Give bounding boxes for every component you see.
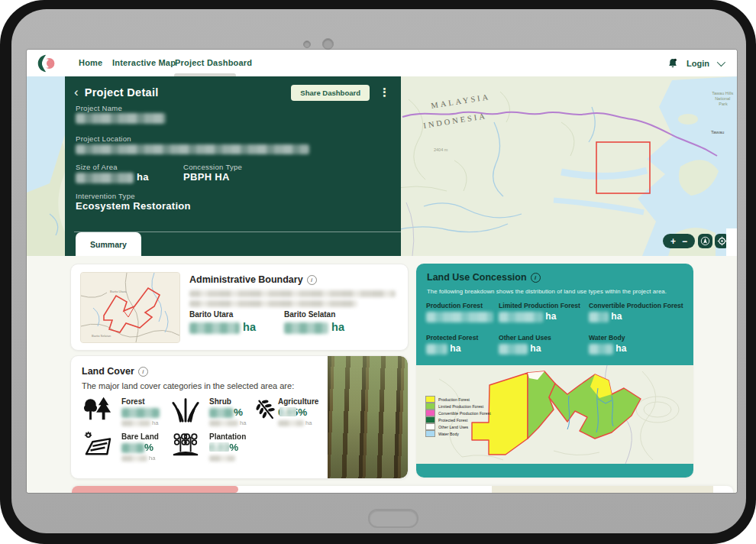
card-description: The major land cover categories in the s… xyxy=(82,381,294,390)
size-of-area-label: Size of Area xyxy=(76,163,118,171)
category-label: Convertible Production Forest xyxy=(589,302,683,309)
home-button[interactable] xyxy=(368,509,418,528)
redacted-project-name xyxy=(76,113,166,124)
concession-type-label: Concession Type xyxy=(183,163,242,171)
category-label: Production Forest xyxy=(426,302,483,309)
map-legend: Production Forest Limited Production For… xyxy=(425,396,491,437)
project-location-map[interactable]: MALAYSIA INDONESIA Tawau Hills National … xyxy=(27,76,737,256)
redacted-project-location xyxy=(76,144,309,154)
brand-logo-icon[interactable] xyxy=(37,53,57,73)
concession-type-value: PBPH HA xyxy=(183,171,230,183)
legend-swatch xyxy=(425,430,435,437)
redacted-description-line xyxy=(189,290,396,297)
land-use-map: Production Forest Limited Production For… xyxy=(416,365,693,464)
forest-icon xyxy=(83,396,112,423)
notification-bell-icon[interactable] xyxy=(667,57,679,70)
tablet-frame: Home Interactive Map Project Dashboard L… xyxy=(0,0,756,544)
category-percentage: 0.03% xyxy=(209,442,238,453)
navbar: Home Interactive Map Project Dashboard L… xyxy=(27,50,737,77)
map-zoom-control[interactable]: + − xyxy=(663,234,695,248)
map-label-elevation: 2404 m xyxy=(434,147,448,152)
category-value: ha xyxy=(426,343,460,355)
category-percentage: % xyxy=(209,406,243,418)
app-screen: Home Interactive Map Project Dashboard L… xyxy=(27,50,737,493)
category-area: ha xyxy=(278,419,312,426)
card-title: Administrative Boundaryi xyxy=(189,274,317,285)
category-percentage: % xyxy=(121,442,153,453)
card-footer xyxy=(416,464,693,478)
shrub-icon xyxy=(171,396,200,423)
map-attribution xyxy=(726,228,737,256)
intervention-type-value: Ecosystem Restoration xyxy=(76,200,191,212)
back-chevron-icon[interactable]: ‹ xyxy=(74,85,79,100)
region-name: Barito Selatan xyxy=(284,310,335,319)
card-title: Land Coveri xyxy=(82,366,148,377)
legend-swatch xyxy=(425,403,435,410)
dashboard-content: Barito Utara Barito Selatan Administrati… xyxy=(27,256,737,493)
size-of-area-value: ha xyxy=(76,171,149,183)
project-location-label: Project Location xyxy=(76,134,131,143)
category-value: ha xyxy=(499,343,541,355)
category-label: Water Body xyxy=(589,334,625,342)
nav-item-interactive-map[interactable]: Interactive Map xyxy=(112,50,176,76)
category-percentage xyxy=(121,406,160,418)
map-3d-view-button[interactable] xyxy=(698,234,712,248)
svg-text:Barito Selatan: Barito Selatan xyxy=(92,334,111,338)
region-area-value: ha xyxy=(284,321,344,334)
bare-land-icon xyxy=(83,431,112,457)
nav-item-project-dashboard[interactable]: Project Dashboard xyxy=(175,50,252,76)
zoom-out-button[interactable]: − xyxy=(682,236,687,247)
region-name: Barito Utara xyxy=(189,310,233,319)
administrative-boundary-card: Barito Utara Barito Selatan Administrati… xyxy=(70,264,409,351)
category-area: ha xyxy=(121,455,155,461)
map-label-tawau: Tawau xyxy=(711,130,724,134)
intervention-type-label: Intervention Type xyxy=(76,192,135,200)
category-label: Other Land Uses xyxy=(499,334,551,342)
share-dashboard-button[interactable]: Share Dashboard xyxy=(291,85,370,101)
project-detail-panel: ‹ Project Detail Share Dashboard ⋮ Proje… xyxy=(65,76,401,256)
plantation-icon xyxy=(171,429,200,457)
info-icon[interactable]: i xyxy=(307,275,317,285)
legend-swatch xyxy=(425,416,435,423)
category-value xyxy=(426,311,493,322)
category-area xyxy=(209,455,235,461)
category-label: Protected Forest xyxy=(426,334,478,342)
svg-text:Barito Utara: Barito Utara xyxy=(110,290,127,293)
category-value: ha xyxy=(589,311,622,322)
card-title: Land Use Concessioni xyxy=(427,272,541,283)
boundary-thumbnail-map: Barito Utara Barito Selatan xyxy=(80,272,180,343)
land-use-concession-card: Land Use Concessioni The following break… xyxy=(416,264,693,478)
category-value: ha xyxy=(589,343,626,355)
card-description: The following breakdown shows the distri… xyxy=(427,288,667,295)
category-label: Limited Production Forest xyxy=(499,302,580,309)
land-cover-card: Land Coveri The major land cover categor… xyxy=(70,355,409,479)
zoom-in-button[interactable]: + xyxy=(670,236,676,247)
info-icon[interactable]: i xyxy=(138,367,148,377)
legend-swatch xyxy=(425,396,435,403)
redacted-description-line xyxy=(189,300,357,307)
category-percentage: 0.65% xyxy=(278,406,307,418)
next-card-accent xyxy=(72,486,238,493)
category-area: ha xyxy=(121,419,158,426)
login-button[interactable]: Login xyxy=(687,59,709,68)
tab-summary[interactable]: Summary xyxy=(76,232,141,256)
info-icon[interactable]: i xyxy=(531,273,541,283)
nav-item-home[interactable]: Home xyxy=(79,50,102,76)
next-card-map-peek xyxy=(492,486,713,493)
category-value: ha xyxy=(499,311,556,322)
project-name-label: Project Name xyxy=(76,104,122,112)
panel-title: Project Detail xyxy=(85,86,159,99)
agriculture-icon xyxy=(251,396,280,423)
chevron-down-icon[interactable] xyxy=(717,57,725,66)
forest-photo xyxy=(328,356,408,478)
legend-swatch xyxy=(425,423,435,430)
category-area: ha xyxy=(209,419,246,426)
region-area-value: ha xyxy=(189,321,256,334)
legend-swatch xyxy=(425,410,435,416)
camera-icon xyxy=(322,38,334,50)
next-section-card-peek[interactable] xyxy=(72,486,733,493)
kebab-menu-icon[interactable]: ⋮ xyxy=(379,86,390,99)
camera-dot-icon xyxy=(303,40,311,48)
